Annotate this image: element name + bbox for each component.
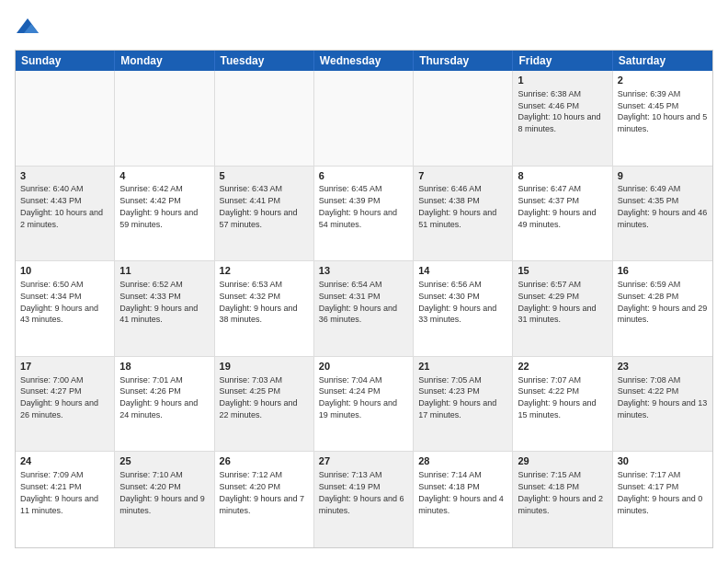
day-info: Sunrise: 7:07 AM Sunset: 4:22 PM Dayligh…: [518, 375, 596, 419]
day-info: Sunrise: 6:45 AM Sunset: 4:39 PM Dayligh…: [319, 184, 397, 228]
calendar-cell: 22Sunrise: 7:07 AM Sunset: 4:22 PM Dayli…: [513, 357, 612, 452]
calendar-cell: 4Sunrise: 6:42 AM Sunset: 4:42 PM Daylig…: [115, 167, 214, 261]
day-info: Sunrise: 7:04 AM Sunset: 4:24 PM Dayligh…: [319, 375, 397, 419]
day-number: 10: [20, 264, 109, 278]
calendar-cell: 5Sunrise: 6:43 AM Sunset: 4:41 PM Daylig…: [215, 167, 314, 261]
day-info: Sunrise: 7:09 AM Sunset: 4:21 PM Dayligh…: [20, 470, 98, 514]
calendar-cell: 14Sunrise: 6:56 AM Sunset: 4:30 PM Dayli…: [414, 261, 513, 356]
day-info: Sunrise: 6:57 AM Sunset: 4:29 PM Dayligh…: [518, 280, 596, 324]
day-info: Sunrise: 6:59 AM Sunset: 4:28 PM Dayligh…: [618, 280, 708, 324]
logo: [15, 15, 44, 40]
day-number: 9: [618, 169, 708, 183]
calendar-cell: [314, 71, 414, 166]
calendar-cell: 26Sunrise: 7:12 AM Sunset: 4:20 PM Dayli…: [215, 452, 314, 547]
day-info: Sunrise: 7:13 AM Sunset: 4:19 PM Dayligh…: [319, 470, 404, 514]
day-number: 27: [319, 454, 408, 468]
day-number: 11: [119, 264, 209, 278]
day-number: 1: [518, 74, 607, 87]
calendar-cell: 7Sunrise: 6:46 AM Sunset: 4:38 PM Daylig…: [414, 167, 513, 261]
calendar-cell: 24Sunrise: 7:09 AM Sunset: 4:21 PM Dayli…: [16, 452, 115, 547]
calendar-cell: 6Sunrise: 6:45 AM Sunset: 4:39 PM Daylig…: [314, 167, 414, 261]
calendar-cell: 28Sunrise: 7:14 AM Sunset: 4:18 PM Dayli…: [414, 452, 513, 547]
header-day-wednesday: Wednesday: [314, 51, 414, 71]
day-info: Sunrise: 6:39 AM Sunset: 4:45 PM Dayligh…: [618, 89, 708, 133]
day-info: Sunrise: 6:43 AM Sunset: 4:41 PM Dayligh…: [220, 184, 298, 228]
day-number: 18: [119, 360, 209, 373]
calendar-cell: [414, 71, 513, 166]
header-day-friday: Friday: [513, 51, 612, 71]
day-number: 17: [20, 360, 109, 373]
calendar-cell: 18Sunrise: 7:01 AM Sunset: 4:26 PM Dayli…: [115, 357, 214, 452]
header-day-saturday: Saturday: [613, 51, 712, 71]
logo-icon: [15, 15, 40, 40]
calendar-cell: 27Sunrise: 7:13 AM Sunset: 4:19 PM Dayli…: [314, 452, 414, 547]
day-number: 15: [518, 264, 607, 278]
header-day-sunday: Sunday: [16, 51, 115, 71]
day-number: 7: [418, 169, 507, 183]
header: [15, 15, 713, 40]
day-number: 26: [220, 454, 309, 468]
calendar-cell: 25Sunrise: 7:10 AM Sunset: 4:20 PM Dayli…: [115, 452, 214, 547]
day-number: 25: [119, 454, 209, 468]
calendar-cell: 15Sunrise: 6:57 AM Sunset: 4:29 PM Dayli…: [513, 261, 612, 356]
calendar-cell: 20Sunrise: 7:04 AM Sunset: 4:24 PM Dayli…: [314, 357, 414, 452]
calendar-cell: 19Sunrise: 7:03 AM Sunset: 4:25 PM Dayli…: [215, 357, 314, 452]
calendar-cell: 2Sunrise: 6:39 AM Sunset: 4:45 PM Daylig…: [613, 71, 712, 166]
page: SundayMondayTuesdayWednesdayThursdayFrid…: [0, 0, 728, 563]
calendar-cell: 10Sunrise: 6:50 AM Sunset: 4:34 PM Dayli…: [16, 261, 115, 356]
calendar-cell: 11Sunrise: 6:52 AM Sunset: 4:33 PM Dayli…: [115, 261, 214, 356]
calendar-body: 1Sunrise: 6:38 AM Sunset: 4:46 PM Daylig…: [16, 71, 712, 547]
day-info: Sunrise: 6:52 AM Sunset: 4:33 PM Dayligh…: [119, 280, 198, 324]
day-info: Sunrise: 6:49 AM Sunset: 4:35 PM Dayligh…: [618, 184, 708, 228]
calendar-week-5: 24Sunrise: 7:09 AM Sunset: 4:21 PM Dayli…: [16, 452, 712, 547]
calendar-week-3: 10Sunrise: 6:50 AM Sunset: 4:34 PM Dayli…: [16, 261, 712, 357]
day-info: Sunrise: 6:50 AM Sunset: 4:34 PM Dayligh…: [20, 280, 98, 324]
day-number: 22: [518, 360, 607, 373]
calendar-cell: 1Sunrise: 6:38 AM Sunset: 4:46 PM Daylig…: [513, 71, 612, 166]
day-number: 16: [618, 264, 708, 278]
calendar-cell: 13Sunrise: 6:54 AM Sunset: 4:31 PM Dayli…: [314, 261, 414, 356]
day-info: Sunrise: 7:08 AM Sunset: 4:22 PM Dayligh…: [618, 375, 708, 419]
calendar-cell: 21Sunrise: 7:05 AM Sunset: 4:23 PM Dayli…: [414, 357, 513, 452]
calendar-week-2: 3Sunrise: 6:40 AM Sunset: 4:43 PM Daylig…: [16, 167, 712, 262]
calendar-cell: 12Sunrise: 6:53 AM Sunset: 4:32 PM Dayli…: [215, 261, 314, 356]
calendar-cell: 9Sunrise: 6:49 AM Sunset: 4:35 PM Daylig…: [613, 167, 712, 261]
calendar-cell: 23Sunrise: 7:08 AM Sunset: 4:22 PM Dayli…: [613, 357, 712, 452]
day-info: Sunrise: 7:15 AM Sunset: 4:18 PM Dayligh…: [518, 470, 603, 514]
day-number: 12: [220, 264, 309, 278]
calendar-cell: [16, 71, 115, 166]
day-info: Sunrise: 7:01 AM Sunset: 4:26 PM Dayligh…: [119, 375, 198, 419]
calendar-cell: 30Sunrise: 7:17 AM Sunset: 4:17 PM Dayli…: [613, 452, 712, 547]
calendar: SundayMondayTuesdayWednesdayThursdayFrid…: [15, 50, 713, 548]
day-info: Sunrise: 7:12 AM Sunset: 4:20 PM Dayligh…: [220, 470, 305, 514]
calendar-cell: 17Sunrise: 7:00 AM Sunset: 4:27 PM Dayli…: [16, 357, 115, 452]
day-number: 4: [119, 169, 209, 183]
day-number: 8: [518, 169, 607, 183]
day-info: Sunrise: 7:14 AM Sunset: 4:18 PM Dayligh…: [418, 470, 504, 514]
day-info: Sunrise: 6:56 AM Sunset: 4:30 PM Dayligh…: [418, 280, 496, 324]
day-info: Sunrise: 7:03 AM Sunset: 4:25 PM Dayligh…: [220, 375, 298, 419]
day-info: Sunrise: 6:47 AM Sunset: 4:37 PM Dayligh…: [518, 184, 596, 228]
calendar-cell: 8Sunrise: 6:47 AM Sunset: 4:37 PM Daylig…: [513, 167, 612, 261]
day-number: 13: [319, 264, 408, 278]
calendar-cell: 3Sunrise: 6:40 AM Sunset: 4:43 PM Daylig…: [16, 167, 115, 261]
day-number: 24: [20, 454, 109, 468]
day-number: 2: [618, 74, 708, 87]
day-info: Sunrise: 6:54 AM Sunset: 4:31 PM Dayligh…: [319, 280, 397, 324]
calendar-week-4: 17Sunrise: 7:00 AM Sunset: 4:27 PM Dayli…: [16, 357, 712, 453]
calendar-cell: 29Sunrise: 7:15 AM Sunset: 4:18 PM Dayli…: [513, 452, 612, 547]
day-number: 20: [319, 360, 408, 373]
calendar-cell: [215, 71, 314, 166]
day-number: 14: [418, 264, 507, 278]
calendar-cell: 16Sunrise: 6:59 AM Sunset: 4:28 PM Dayli…: [613, 261, 712, 356]
header-day-monday: Monday: [115, 51, 214, 71]
day-info: Sunrise: 7:05 AM Sunset: 4:23 PM Dayligh…: [418, 375, 496, 419]
calendar-cell: [115, 71, 214, 166]
day-info: Sunrise: 6:40 AM Sunset: 4:43 PM Dayligh…: [20, 184, 103, 228]
day-number: 23: [618, 360, 708, 373]
day-number: 3: [20, 169, 109, 183]
day-number: 29: [518, 454, 607, 468]
day-number: 30: [618, 454, 708, 468]
day-number: 6: [319, 169, 408, 183]
day-number: 5: [220, 169, 309, 183]
